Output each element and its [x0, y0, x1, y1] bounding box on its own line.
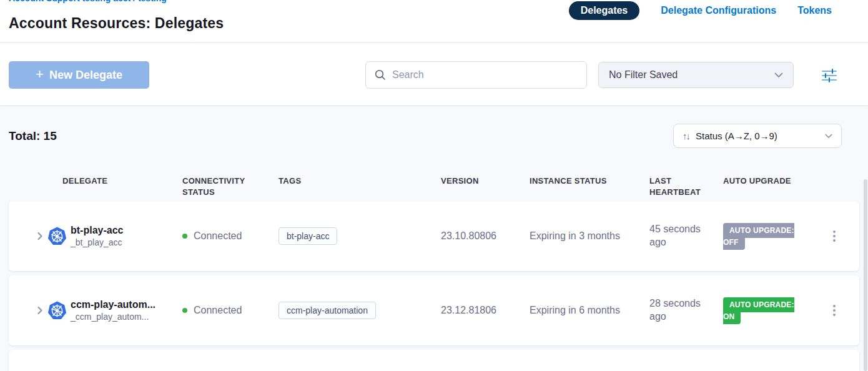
delegate-name[interactable]: ccm-play-autom... [71, 299, 155, 312]
last-heartbeat: 28 seconds ago [649, 297, 723, 324]
breadcrumb-text: Account Support testing acct / testing [9, 0, 167, 3]
table-row[interactable]: bt-play-acc _bt_play_acc Connected bt-pl… [9, 201, 859, 271]
tab-delegate-configurations[interactable]: Delegate Configurations [661, 5, 776, 16]
delegate-id: _bt_play_acc [71, 237, 123, 248]
search-input[interactable] [392, 69, 578, 81]
resource-tabs: Delegates Delegate Configurations Tokens [569, 1, 832, 20]
row-menu-button[interactable] [809, 301, 859, 320]
toolbar: + New Delegate No Filter Saved [0, 43, 868, 106]
sort-arrows-icon: ↑↓ [683, 131, 689, 141]
tag-chip: bt-play-acc [279, 227, 337, 245]
tag-chip: ccm-play-automation [279, 302, 376, 319]
column-header-last-heartbeat: LAST HEARTBEAT [649, 176, 707, 197]
version: 23.12.81806 [441, 305, 530, 316]
auto-upgrade-badge: AUTO UPGRADE: ON [723, 297, 794, 324]
table-row[interactable] [9, 350, 859, 371]
instance-status: Expiring in 6 months [530, 305, 649, 316]
instance-status: Expiring in 3 months [530, 230, 649, 242]
search-box [365, 61, 587, 89]
kubernetes-icon [47, 227, 67, 246]
column-header-version: VERSION [441, 176, 530, 187]
page-title: Account Resources: Delegates [9, 15, 224, 32]
column-header-connectivity-status: CONNECTIVITY STATUS [182, 176, 252, 197]
connected-status-dot [182, 308, 187, 313]
new-delegate-label: New Delegate [49, 69, 122, 82]
column-header-tags: TAGS [279, 176, 441, 187]
column-header-instance-status: INSTANCE STATUS [530, 176, 649, 187]
page-header: Account Support testing acct / testing A… [0, 0, 868, 43]
plus-icon: + [36, 67, 44, 81]
column-header-delegate: DELEGATE [9, 176, 182, 187]
table-row[interactable]: ccm-play-autom... _ccm_play_autom... Con… [9, 275, 859, 345]
delegates-list-panel: Total: 15 ↑↓ Status (A→Z, 0→9) DELEGATE … [0, 107, 868, 371]
kebab-menu-icon [829, 227, 839, 245]
filter-sliders-icon [821, 68, 837, 83]
column-header-auto-upgrade: AUTO UPGRADE [723, 176, 809, 187]
new-delegate-button[interactable]: + New Delegate [9, 61, 149, 89]
kebab-menu-icon [829, 301, 839, 320]
delegate-name[interactable]: bt-play-acc [71, 224, 123, 237]
vertical-scrollbar[interactable] [864, 179, 867, 371]
expand-chevron-right-icon[interactable] [35, 305, 45, 315]
tab-delegates[interactable]: Delegates [569, 1, 640, 20]
table-header-row: DELEGATE CONNECTIVITY STATUS TAGS VERSIO… [9, 176, 859, 197]
total-count: Total: 15 [9, 129, 57, 143]
row-menu-button[interactable] [809, 227, 859, 245]
kubernetes-icon [47, 301, 67, 320]
saved-filter-value: No Filter Saved [609, 69, 774, 81]
chevron-down-icon [825, 134, 832, 139]
filter-panel-button[interactable] [818, 66, 841, 86]
sort-value: Status (A→Z, 0→9) [696, 131, 819, 141]
expand-chevron-right-icon[interactable] [35, 231, 45, 241]
chevron-down-icon [774, 72, 783, 78]
connected-status-dot [182, 234, 187, 239]
list-summary-row: Total: 15 ↑↓ Status (A→Z, 0→9) [9, 124, 842, 148]
breadcrumb[interactable]: Account Support testing acct / testing [9, 0, 167, 4]
version: 23.10.80806 [441, 230, 530, 242]
last-heartbeat: 45 seconds ago [649, 223, 723, 249]
auto-upgrade-badge: AUTO UPGRADE: OFF [723, 223, 794, 250]
search-icon [375, 69, 386, 81]
connectivity-status: Connected [194, 230, 242, 242]
connectivity-status: Connected [194, 305, 242, 316]
tab-tokens[interactable]: Tokens [797, 5, 832, 16]
delegate-id: _ccm_play_autom... [71, 311, 155, 322]
saved-filter-dropdown[interactable]: No Filter Saved [598, 62, 794, 88]
sort-dropdown[interactable]: ↑↓ Status (A→Z, 0→9) [673, 124, 842, 148]
